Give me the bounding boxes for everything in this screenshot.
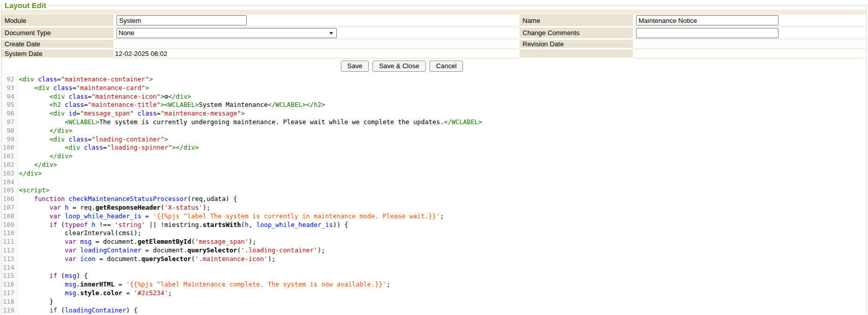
module-label: Module — [2, 15, 113, 27]
line-number: 113 — [2, 255, 18, 264]
revision-date-value — [633, 40, 866, 49]
code-text: </div> — [18, 152, 72, 161]
code-text: </div> — [18, 127, 72, 135]
code-line[interactable]: 96 <div id="message_span" class="mainten… — [2, 109, 866, 118]
code-text: msg.innerHTML = '{{%pjs ^label Maintenan… — [18, 280, 390, 289]
code-line[interactable]: 114 — [2, 264, 866, 272]
code-line[interactable]: 101 </div> — [2, 152, 866, 161]
code-text: if (typeof h !== 'string' || !miestring.… — [18, 221, 348, 230]
code-line[interactable]: 93 <div class="maintenance-card"> — [2, 84, 866, 93]
line-number: 109 — [2, 221, 18, 230]
module-input[interactable] — [117, 15, 247, 25]
line-number: 110 — [2, 229, 18, 238]
line-number: 117 — [2, 289, 18, 298]
code-text: var icon = document.querySelector('.main… — [18, 255, 275, 264]
layout-edit-page: Layout Edit Module Name Document — [0, 0, 868, 315]
document-type-label: Document Type — [2, 27, 113, 40]
line-number: 112 — [2, 246, 18, 255]
code-line[interactable]: 99 <div class="loading-container"> — [2, 135, 866, 144]
line-number: 102 — [2, 161, 18, 169]
line-number: 92 — [2, 75, 18, 84]
code-text: <div id="message_span" class="maintenanc… — [18, 109, 245, 118]
code-text — [18, 178, 19, 187]
line-number: 119 — [2, 306, 18, 315]
code-text: <div class="loading-spinner"></div> — [18, 144, 199, 152]
code-line[interactable]: 94 <div class="maintenance-icon">⚙</div> — [2, 93, 866, 101]
code-line[interactable]: 118 } — [2, 298, 866, 306]
empty-value-cell — [633, 49, 866, 59]
code-line[interactable]: 119 if (loadingContainer) { — [2, 306, 866, 315]
form-row-module-name: Module Name — [2, 15, 866, 27]
page-title: Layout Edit — [4, 1, 49, 10]
line-number: 108 — [2, 212, 18, 221]
code-line[interactable]: 104 — [2, 178, 866, 187]
line-number: 101 — [2, 152, 18, 161]
line-number: 100 — [2, 144, 18, 152]
code-text: <div class="maintenance-container"> — [18, 75, 153, 84]
code-line[interactable]: 97 <WCLABEL>The system is currently unde… — [2, 118, 866, 127]
line-number: 97 — [2, 118, 18, 127]
code-line[interactable]: 107 var h = req.getResponseHeader('X-sta… — [2, 204, 866, 212]
code-text: <h2 class="maintenance-title"><WCLABEL>S… — [18, 101, 325, 109]
code-text: <div class="maintenance-card"> — [18, 84, 149, 93]
line-number: 107 — [2, 204, 18, 212]
code-line[interactable]: 103</div> — [2, 169, 866, 178]
code-line[interactable]: 95 <h2 class="maintenance-title"><WCLABE… — [2, 101, 866, 109]
form-row-create-revision: Create Date Revision Date — [2, 40, 866, 49]
code-line[interactable]: 112 var loadingContainer = document.quer… — [2, 246, 866, 255]
code-text: } — [18, 298, 53, 306]
code-line[interactable]: 106 function checkMaintenanceStatusProce… — [2, 195, 866, 204]
form-row-system-date: System Date 12-02-2025 06:02 — [2, 49, 866, 59]
change-comments-input[interactable] — [636, 28, 778, 38]
code-line[interactable]: 98 </div> — [2, 127, 866, 135]
code-text: var loop_while_header_is = '{{%pjs ^labe… — [18, 212, 444, 221]
code-line[interactable]: 115 if (msg) { — [2, 272, 866, 280]
line-number: 93 — [2, 84, 18, 93]
code-line[interactable]: 117 msg.style.color = '#2c5234'; — [2, 289, 866, 298]
code-text: clearInterval(cmsi); — [18, 229, 141, 238]
create-date-value — [113, 40, 519, 49]
code-line[interactable]: 105<script> — [2, 186, 866, 195]
cancel-button[interactable]: Cancel — [429, 61, 463, 72]
line-number: 111 — [2, 238, 18, 246]
layout-edit-fieldset: Layout Edit Module Name Document — [1, 1, 867, 314]
code-line[interactable]: 111 var msg = document.getElementById('m… — [2, 238, 866, 246]
line-number: 96 — [2, 109, 18, 118]
form-top-strip — [2, 10, 866, 15]
save-button[interactable]: Save — [341, 61, 369, 72]
system-date-label: System Date — [2, 49, 113, 59]
line-number: 105 — [2, 186, 18, 195]
code-text: </div> — [18, 161, 57, 169]
line-number: 104 — [2, 178, 18, 187]
layout-edit-form: Module Name Document Type — [2, 15, 866, 59]
create-date-label: Create Date — [2, 40, 113, 49]
code-line[interactable]: 116 msg.innerHTML = '{{%pjs ^label Maint… — [2, 280, 866, 289]
code-text: msg.style.color = '#2c5234'; — [18, 289, 172, 298]
document-type-select[interactable]: None — [117, 28, 337, 38]
code-text: <div class="maintenance-icon">⚙</div> — [18, 93, 191, 101]
code-line[interactable]: 108 var loop_while_header_is = '{{%pjs ^… — [2, 212, 866, 221]
line-number: 94 — [2, 93, 18, 101]
revision-date-label: Revision Date — [519, 40, 633, 49]
line-number: 114 — [2, 264, 18, 272]
line-number: 103 — [2, 169, 18, 178]
code-text — [18, 264, 19, 272]
name-input[interactable] — [636, 15, 778, 25]
code-line[interactable]: 100 <div class="loading-spinner"></div> — [2, 144, 866, 152]
code-line[interactable]: 110 clearInterval(cmsi); — [2, 229, 866, 238]
code-editor[interactable]: 92<div class="maintenance-container">93 … — [2, 73, 866, 314]
code-text: function checkMaintenanceStatusProcessor… — [18, 195, 237, 204]
code-line[interactable]: 102 </div> — [2, 161, 866, 169]
code-text: </div> — [18, 169, 42, 178]
line-number: 95 — [2, 101, 18, 109]
form-actions: Save Save & Close Cancel — [2, 59, 866, 73]
name-label: Name — [519, 15, 633, 27]
save-close-button[interactable]: Save & Close — [372, 61, 426, 72]
line-number: 99 — [2, 135, 18, 144]
code-line[interactable]: 92<div class="maintenance-container"> — [2, 75, 866, 84]
code-line[interactable]: 109 if (typeof h !== 'string' || !miestr… — [2, 221, 866, 230]
line-number: 106 — [2, 195, 18, 204]
code-line[interactable]: 113 var icon = document.querySelector('.… — [2, 255, 866, 264]
line-number: 116 — [2, 280, 18, 289]
code-text: if (msg) { — [18, 272, 88, 280]
